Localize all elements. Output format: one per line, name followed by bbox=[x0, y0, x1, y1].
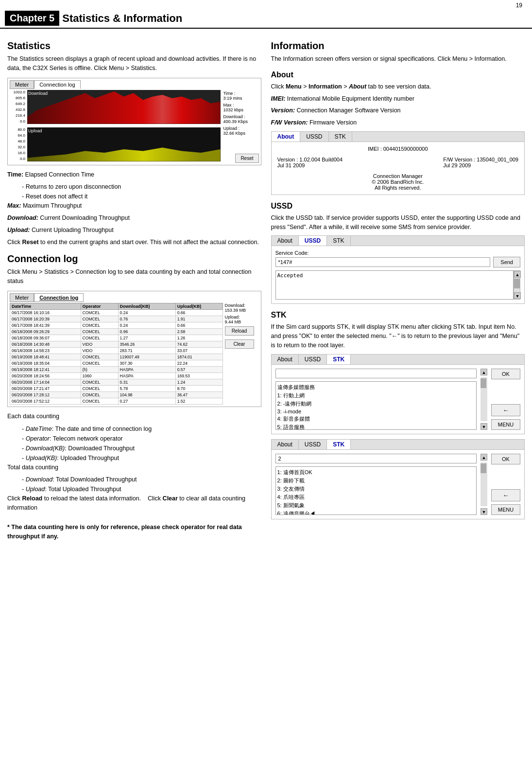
stk-tab-in-stk1[interactable]: STK bbox=[327, 355, 351, 364]
graph-time-label: Time : 3:19 mins bbox=[223, 91, 258, 101]
graph-tabs: Meter Connection log bbox=[10, 80, 259, 89]
reload-button[interactable]: Reload bbox=[225, 326, 254, 336]
graph-info: Time : 3:19 mins Max : 1032 kbps Downloa… bbox=[223, 90, 259, 137]
scrollbar-down[interactable]: ▼ bbox=[514, 292, 521, 299]
stk-menu-btn-2[interactable]: MENU bbox=[491, 504, 520, 515]
stk-scrollbar-track-1 bbox=[481, 377, 487, 421]
stk-heading: STK bbox=[271, 311, 525, 319]
log-table: DateTime Operator Download(KB) Upload(KB… bbox=[10, 303, 223, 405]
stk-ok-btn-2[interactable]: OK bbox=[491, 454, 520, 464]
clear-button[interactable]: Clear bbox=[225, 339, 254, 349]
ussd-tab-in-about[interactable]: USSD bbox=[300, 132, 328, 142]
about-panel-body: IMEI : 004401590000000 Version : 1.02.00… bbox=[272, 142, 525, 195]
table-row: 06/18/2008 09:36:07COMCEL1.271.26 bbox=[10, 335, 223, 341]
stk-scrollbar-down-2[interactable]: ▼ bbox=[481, 508, 487, 515]
stk-back-btn-2[interactable]: ← bbox=[491, 489, 520, 501]
note: * The data counting here is only for ref… bbox=[7, 523, 261, 541]
stk-item-2-1: 2: 圖鈴下載 bbox=[277, 477, 475, 485]
log-tab-connection-log[interactable]: Connection log bbox=[34, 293, 84, 302]
stk-back-btn-1[interactable]: ← bbox=[491, 404, 520, 416]
time-details: - Returns to zero upon disconnection - R… bbox=[7, 182, 261, 201]
about-tab[interactable]: About bbox=[272, 132, 301, 142]
stk-item-2-3: 4: 爪哇專區 bbox=[277, 493, 475, 501]
stk-scrollbar-up-1[interactable]: ▲ bbox=[481, 369, 487, 375]
ussd-tab-in-stk1[interactable]: USSD bbox=[299, 355, 327, 364]
stk-item-1-2: 2: -遠傳行動網 bbox=[277, 400, 475, 408]
imei-desc: IMEI: International Mobile Equipment Ide… bbox=[271, 94, 525, 104]
table-row: 06/18/2008 14:58:23VIDO283.7133.07 bbox=[10, 347, 223, 354]
stk-item-1-5: 5: 語音服務 bbox=[277, 423, 475, 430]
fw-block: F/W Version : 135040_001_009 Jul 29 2009 bbox=[443, 157, 518, 168]
stk-menu-btn-1[interactable]: MENU bbox=[491, 419, 520, 430]
table-row: 06/20/2008 17:21:47COMCEL5.788.70 bbox=[10, 385, 223, 391]
download-chart-label: Download bbox=[28, 91, 48, 96]
about-panel-tabs: About USSD STK bbox=[272, 132, 525, 142]
scrollbar-thumb[interactable] bbox=[514, 279, 520, 288]
table-row: 06/17/2008 16:10:16COMCEL0.240.66 bbox=[10, 309, 223, 316]
statistics-graph: Meter Connection log 1002.0 805.6 649.2 … bbox=[7, 78, 261, 165]
information-heading: Information bbox=[271, 40, 525, 52]
left-column: Statistics The Statistics screen display… bbox=[7, 34, 261, 544]
imei-label: IMEI : bbox=[368, 146, 383, 152]
ussd-tab-in-stk2[interactable]: USSD bbox=[299, 440, 327, 449]
connection-log-intro: Click Menu > Statistics > Connection log… bbox=[7, 267, 261, 286]
ussd-response-area[interactable]: Accepted bbox=[275, 270, 514, 300]
stk-input-2[interactable] bbox=[275, 454, 477, 463]
log-download-total: Download:153.39 MB bbox=[225, 303, 259, 313]
table-row: 06/20/2008 18:24:561060HASPA169.53 bbox=[10, 373, 223, 379]
service-code-label: Service Code: bbox=[275, 250, 521, 256]
about-tab-in-stk1[interactable]: About bbox=[272, 355, 299, 364]
reset-button[interactable]: Reset bbox=[235, 154, 258, 163]
stk-ok-btn-1[interactable]: OK bbox=[491, 369, 520, 379]
chapter-title: Statistics & Information bbox=[62, 12, 182, 25]
service-code-input[interactable] bbox=[275, 257, 491, 267]
stk-item-2-2: 3: 交友傳情 bbox=[277, 485, 475, 493]
scrollbar-up[interactable]: ▲ bbox=[514, 271, 521, 278]
stk-scrollbar-thumb-2[interactable] bbox=[481, 463, 486, 473]
table-row: 06/17/2008 16:20:39COMCEL0.761.91 bbox=[10, 316, 223, 322]
stk-tab-in-ussd[interactable]: STK bbox=[327, 236, 350, 246]
chapter-box: Chapter 5 bbox=[5, 11, 59, 26]
max-desc: Max: Maximum Throughput bbox=[7, 201, 261, 211]
col-download: Download(KB) bbox=[118, 303, 175, 309]
upload-desc: Upload: Current Uploading Throughput bbox=[7, 226, 261, 235]
stk-spacer-2 bbox=[491, 467, 520, 486]
stk-panel-1: About USSD STK 遠傳多媒體服務 1: 行動上網 2: -遠傳行動網… bbox=[271, 354, 525, 434]
stk-tab-in-about[interactable]: STK bbox=[329, 132, 352, 142]
ussd-panel-tabs: About USSD STK bbox=[272, 236, 525, 246]
about-tab-in-stk2[interactable]: About bbox=[272, 440, 299, 449]
reload-desc: Click Reload to reload the latest data i… bbox=[7, 494, 261, 513]
ussd-intro: Click the USSD tab. If service provider … bbox=[271, 213, 525, 232]
send-button[interactable]: Send bbox=[493, 257, 520, 267]
table-row: 06/20/2008 17:28:12COMCEL104.9836.47 bbox=[10, 391, 223, 398]
ussd-scrollbar: ▲ ▼ bbox=[514, 270, 520, 300]
log-tab-meter[interactable]: Meter bbox=[10, 293, 34, 302]
stk-list-2: 1: 遠傳首頁OK 2: 圖鈴下載 3: 交友傳情 4: 爪哇專區 5: 新聞氣… bbox=[275, 466, 477, 515]
stk-tab-in-stk2[interactable]: STK bbox=[327, 440, 351, 449]
ussd-body: Service Code: Send Accepted ▲ ▼ bbox=[272, 246, 525, 303]
imei-value: 004401590000000 bbox=[383, 146, 428, 152]
fwversion-desc: F/W Version: Firmware Version bbox=[271, 118, 525, 127]
ussd-panel: About USSD STK Service Code: Send Accept… bbox=[271, 235, 525, 304]
stk-input-1[interactable] bbox=[275, 369, 477, 378]
ussd-tab-in-ussd[interactable]: USSD bbox=[299, 236, 327, 246]
stk-scrollbar-up-2[interactable]: ▲ bbox=[481, 454, 487, 461]
total-data-items: - Download: Total Downloaded Throughput … bbox=[7, 475, 261, 494]
graph-tab-connection-log[interactable]: Connection log bbox=[34, 80, 80, 89]
stk-list-scrollbar-1: ▲ ▼ bbox=[481, 369, 487, 430]
stk-intro: If the Sim card supports STK, it will di… bbox=[271, 322, 525, 350]
stk-scrollbar-thumb-1[interactable] bbox=[481, 378, 486, 388]
col-datetime: DateTime bbox=[10, 303, 81, 309]
information-intro: The Information screen offers version or… bbox=[271, 54, 525, 64]
stk-item-1-0: 遠傳多媒體服務 bbox=[277, 383, 475, 391]
copyright-block: Connection Manager © 2006 BandRich Inc. … bbox=[277, 173, 519, 191]
graph-tab-meter[interactable]: Meter bbox=[10, 80, 34, 89]
table-row: 06/18/2008 14:30:48VIDO3546.2674.62 bbox=[10, 341, 223, 347]
log-tabs: Meter Connection log bbox=[10, 293, 259, 302]
connection-log-heading: Connection log bbox=[7, 253, 261, 265]
stk-scrollbar-down-1[interactable]: ▼ bbox=[481, 423, 487, 430]
about-tab-in-ussd[interactable]: About bbox=[272, 236, 299, 246]
upload-y-labels: 80.0 64.0 48.0 32.0 16.0 0.0 bbox=[10, 127, 25, 161]
graph-upload-info: Upload : 32.66 Kbps bbox=[223, 126, 258, 136]
graph-area: 1002.0 805.6 649.2 432.8 216.4 0.0 Downl… bbox=[10, 90, 259, 163]
